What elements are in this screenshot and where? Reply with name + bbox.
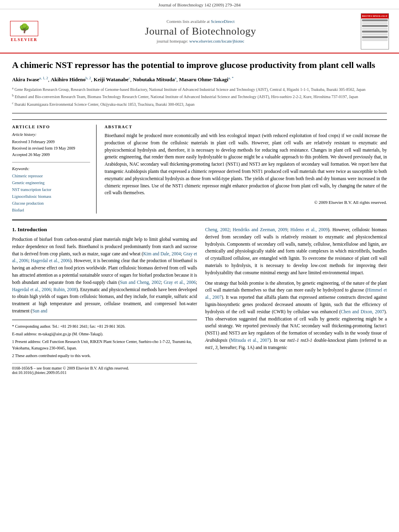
keyword-4-link[interactable]: Lignocellulosic biomass: [12, 194, 51, 199]
journal-homepage: journal homepage: www.elsevier.com/locat…: [40, 39, 361, 43]
keyword-1-link[interactable]: Chimeric repressor: [12, 174, 43, 178]
cover-line-2: [362, 22, 388, 24]
intro-para1: Production of biofuel from carbon-neutra…: [12, 236, 197, 315]
keyword-6-link[interactable]: Biofuel: [12, 208, 24, 212]
elsevier-logo: 🌳 ELSEVIER: [8, 21, 40, 42]
keyword-1: Chimeric repressor: [12, 173, 90, 179]
elsevier-label: ELSEVIER: [11, 37, 38, 42]
homepage-label: journal homepage:: [157, 39, 188, 43]
article-info-col: ARTICLE INFO Article history: Received 3…: [12, 125, 97, 214]
sciencedirect-link[interactable]: ScienceDirect: [211, 19, 234, 24]
keyword-2-link[interactable]: Genetic engineering: [12, 181, 45, 185]
article-title: A chimeric NST repressor has the potenti…: [12, 60, 387, 71]
keyword-5-link[interactable]: Glucose production: [12, 201, 44, 205]
journal-cover-thumbnail: BIOTECHNOLOGY: [361, 13, 391, 49]
author-2: Akihiro Hidenob, 2: [51, 76, 91, 82]
intro-para3-right: One strategy that holds promise is the a…: [205, 280, 387, 351]
homepage-url-text: www.elsevier.com/locate/jbiotec: [189, 39, 245, 43]
footnotes-section: * Corresponding author. Tel.: +81 29 861…: [12, 320, 197, 359]
issn-text: 0168-1656/$ – see front matter © 2009 El…: [12, 366, 129, 370]
keyword-5: Glucose production: [12, 200, 90, 207]
contents-line: Contents lists available at ScienceDirec…: [40, 19, 361, 24]
received-text: Received 3 February 2009: [12, 140, 55, 144]
abstract-label: ABSTRACT: [105, 125, 132, 129]
footnote-corresponding: * Corresponding author. Tel.: +81 29 861…: [12, 323, 197, 330]
ref-mitsuda[interactable]: Mitsuda et al., 2007: [231, 338, 269, 343]
cover-line-5: [362, 31, 388, 33]
keyword-3-link[interactable]: NST transcription factor: [12, 187, 51, 192]
keywords-list: Chimeric repressor Genetic engineering N…: [12, 173, 90, 214]
keywords-label-text: Keywords:: [12, 166, 29, 171]
copyright-line: © 2009 Elsevier B.V. All rights reserved…: [105, 200, 387, 205]
abstract-header: ABSTRACT: [105, 125, 387, 129]
intro-para2-right: Cheng, 2002; Hendriks and Zeeman, 2009; …: [205, 226, 387, 277]
sciencedirect-text: ScienceDirect: [211, 19, 234, 24]
journal-citation: Journal of Biotechnology 142 (2009) 279–…: [0, 0, 399, 9]
author-1: Akira Iwasea, 1, 2: [12, 76, 48, 82]
info-abstract-section: ARTICLE INFO Article history: Received 3…: [12, 119, 387, 214]
ref-gray-2006b[interactable]: Gray et al., 2006: [164, 280, 196, 285]
intro-heading: 1. Introduction: [12, 226, 197, 233]
authors-line: Akira Iwasea, 1, 2, Akihiro Hidenob, 2, …: [12, 76, 387, 83]
ref-rubin[interactable]: Rubin, 2008: [53, 287, 76, 292]
received-date: Received 3 February 2009: [12, 139, 90, 145]
article-info-label: ARTICLE INFO: [12, 125, 50, 129]
ref-hagerdal[interactable]: Hagerdal et al., 2006: [31, 258, 70, 263]
ref-sun-and[interactable]: Sun and: [32, 308, 47, 313]
cover-line-8: [362, 39, 388, 41]
accepted-date: Accepted 26 May 2009: [12, 152, 90, 158]
ref-hagerdal-b[interactable]: Hagerdal et al., 2006: [12, 287, 51, 292]
journal-title-heading: Journal of Biotechnology: [40, 25, 361, 37]
abstract-text: Bioethanol might be produced more econom…: [105, 132, 387, 197]
affil-1-text: Gene Regulation Research Group, Research…: [14, 87, 365, 92]
keywords-label: Keywords:: [12, 166, 90, 171]
ref-hendriks[interactable]: Hendriks and Zeeman, 2009: [232, 227, 287, 232]
ref-chen-dixon[interactable]: Chen and Dixon, 2007: [341, 309, 384, 314]
article-info-header: ARTICLE INFO: [12, 125, 90, 129]
ref-hideno[interactable]: Hideno et al., 2009: [290, 227, 328, 232]
article-history-label: Article history:: [12, 132, 90, 137]
ref-kim-dale[interactable]: Kim and Dale, 2004: [143, 251, 181, 256]
cover-line-1: [362, 19, 388, 21]
received-revised-text: Received in revised form 19 May 2009: [12, 146, 75, 150]
intro-heading-text: 1. Introduction: [12, 226, 47, 232]
body-right-col: Cheng, 2002; Hendriks and Zeeman, 2009; …: [205, 226, 387, 375]
affil-3: c Ibaraki Kasumigaura Environmental Scie…: [12, 101, 387, 107]
affiliations: a Gene Regulation Research Group, Resear…: [12, 86, 387, 113]
journal-center: Contents lists available at ScienceDirec…: [40, 19, 361, 43]
doi-line: doi:10.1016/j.jbiotec.2009.05.011: [12, 370, 197, 375]
ref-cheng-2002[interactable]: Cheng, 2002: [205, 227, 230, 232]
footnote-email-text: E-mail address: m-takagi@aist.go.jp (M. …: [12, 332, 103, 336]
footnote-1: 1 Present address: Cell Function Researc…: [12, 339, 197, 351]
footnote-1-text: 1 Present address: Cell Function Researc…: [12, 339, 192, 350]
footnote-email: E-mail address: m-takagi@aist.go.jp (M. …: [12, 331, 197, 337]
elsevier-tree-icon: 🌳: [19, 24, 30, 33]
doi-text: doi:10.1016/j.jbiotec.2009.05.011: [12, 370, 66, 375]
journal-title-text: Journal of Biotechnology: [145, 25, 256, 37]
accepted-text: Accepted 26 May 2009: [12, 152, 50, 157]
main-content: A chimeric NST repressor has the potenti…: [0, 53, 399, 383]
author-4: Nobutaka Mitsudaa: [133, 76, 176, 82]
ref-sun-cheng-2002a[interactable]: Sun and Cheng, 2002: [120, 280, 161, 285]
ref-himmel[interactable]: Himmel et al., 2007: [205, 288, 387, 300]
received-revised-date: Received in revised form 19 May 2009: [12, 145, 90, 152]
homepage-link[interactable]: www.elsevier.com/locate/jbiotec: [189, 39, 245, 43]
cover-top-bar: BIOTECHNOLOGY: [361, 14, 389, 18]
author-5: Masaru Ohme-Takagia, *: [179, 76, 234, 82]
cover-label-text: BIOTECHNOLOGY: [362, 14, 388, 18]
bottom-ids: 0168-1656/$ – see front matter © 2009 El…: [12, 363, 197, 375]
cover-line-3: [362, 25, 388, 27]
footnote-2-text: 2 These authors contributed equally to t…: [12, 353, 91, 358]
cover-line-7: [362, 36, 388, 38]
cover-line-4: [362, 28, 388, 30]
elsevier-logo-box: 🌳: [10, 21, 38, 36]
cover-lines-area: [361, 18, 389, 49]
body-section: 1. Introduction Production of biofuel fr…: [12, 220, 387, 375]
affil-2-text: Ethanol and Bio-conversion Research Team…: [15, 95, 358, 99]
article-title-text: A chimeric NST repressor has the potenti…: [12, 60, 375, 70]
keyword-2: Genetic engineering: [12, 179, 90, 186]
abstract-body: Bioethanol might be produced more econom…: [105, 133, 387, 195]
journal-header: 🌳 ELSEVIER Contents lists available at S…: [0, 9, 399, 53]
contents-label: Contents lists available at: [167, 19, 210, 24]
cover-line-6: [362, 33, 388, 35]
